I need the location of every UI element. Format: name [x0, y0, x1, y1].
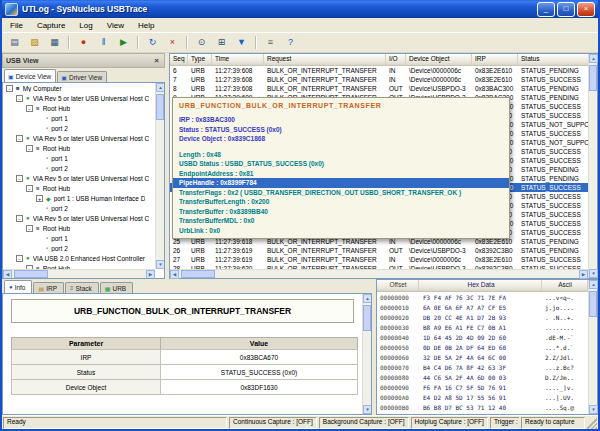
scroll-track[interactable] [179, 270, 579, 278]
pause-capture-button[interactable]: ‖ [94, 34, 113, 52]
scroll-right-icon[interactable]: ▶ [579, 270, 588, 279]
tree-horizontal-scrollbar[interactable]: ◀ ▶ [3, 269, 155, 278]
tab-irp[interactable]: ▤IRP [33, 282, 64, 293]
close-button[interactable]: × [577, 2, 595, 17]
column-header-device-object[interactable]: Device Object [406, 54, 472, 65]
hex-row[interactable]: 00000070B4 C4 D6 7A 8F 42 63 3F...z.Bc? [377, 363, 588, 373]
tree-expander[interactable]: - [26, 225, 33, 232]
scroll-up-icon[interactable]: ▲ [589, 280, 598, 289]
hex-column-header-hex-data[interactable]: Hex Data [419, 280, 542, 291]
tree-expander[interactable]: - [16, 175, 23, 182]
tree-expander[interactable]: - [6, 85, 13, 92]
table-row[interactable]: 26URB11:27:39:619BULK_OR_INTERRUPT_TRANS… [170, 246, 588, 255]
filter-button[interactable]: ▼ [232, 34, 251, 52]
scroll-down-icon[interactable]: ▼ [156, 260, 165, 269]
tree-node[interactable]: -●VIA Rev 5 or later USB Universal Host … [3, 133, 155, 143]
save-log-button[interactable]: ▦ [45, 34, 64, 52]
scroll-track[interactable] [156, 92, 164, 260]
scroll-up-icon[interactable]: ▲ [589, 54, 598, 63]
options-button[interactable]: ≡ [261, 34, 280, 52]
tree-expander[interactable]: - [16, 135, 23, 142]
hex-column-header-ascii[interactable]: Ascii [542, 280, 588, 291]
tree-node[interactable]: -■Root Hub [3, 183, 155, 193]
column-header-time[interactable]: Time [212, 54, 264, 65]
hex-row[interactable]: 00000000F3 F4 AF 76 3C 71 7E FA...v<q~. [377, 293, 588, 303]
tab-stack[interactable]: ≡Stack [65, 282, 99, 293]
scroll-up-icon[interactable]: ▲ [363, 294, 372, 303]
scroll-down-icon[interactable]: ▼ [589, 405, 598, 414]
info-vertical-scrollbar[interactable]: ▲ ▼ [362, 294, 371, 414]
tree-node[interactable]: -■My Computer [3, 83, 155, 93]
tree-node[interactable]: ▪port 1 [3, 233, 155, 243]
tree-node[interactable]: ▪port 2 [3, 203, 155, 213]
column-header-irp[interactable]: IRP [472, 54, 518, 65]
tree-node[interactable]: -●VIA Rev 5 or later USB Universal Host … [3, 213, 155, 223]
title-bar[interactable]: UTLog - SysNucleus USBTrace _ □ × [2, 0, 598, 18]
scroll-left-icon[interactable]: ◀ [3, 270, 12, 279]
device-tree-button[interactable]: ⊞ [212, 34, 231, 52]
scroll-track[interactable] [589, 289, 597, 405]
scroll-thumb[interactable] [181, 270, 215, 278]
scroll-right-icon[interactable]: ▶ [146, 270, 155, 279]
tree-node[interactable]: ▪port 1 [3, 113, 155, 123]
tree-expander[interactable]: - [16, 255, 23, 262]
table-row[interactable]: 7URB11:27:39:608BULK_OR_INTERRUPT_TRANSF… [170, 75, 588, 84]
tree-node[interactable]: ▪port 2 [3, 123, 155, 133]
scroll-thumb[interactable] [363, 305, 371, 331]
help-button[interactable]: ? [281, 34, 300, 52]
list-vertical-scrollbar[interactable]: ▲ ▼ [588, 54, 597, 278]
column-header-status[interactable]: Status [518, 54, 588, 65]
tree-node[interactable]: -●VIA USB 2.0 Enhanced Host Controller [3, 253, 155, 263]
hex-column-header-offset[interactable]: Offset [377, 280, 419, 291]
tree-expander[interactable]: - [26, 185, 33, 192]
scroll-thumb[interactable] [589, 291, 597, 317]
refresh-button[interactable]: ↻ [143, 34, 162, 52]
tree-expander[interactable]: + [36, 195, 43, 202]
tree-node[interactable]: -■Root Hub [3, 143, 155, 153]
scroll-left-icon[interactable]: ◀ [170, 270, 179, 279]
minimize-button[interactable]: _ [537, 2, 555, 17]
table-row[interactable]: 6URB11:27:39:608BULK_OR_INTERRUPT_TRANSF… [170, 66, 588, 75]
scroll-track[interactable] [589, 63, 597, 269]
column-header-type[interactable]: Type [188, 54, 212, 65]
hex-row[interactable]: 0000008044 C6 5A 2F 4A 6D 00 03D.Z/Jm.. [377, 373, 588, 383]
scroll-down-icon[interactable]: ▼ [363, 405, 372, 414]
menu-item-help[interactable]: Help [131, 20, 161, 31]
table-row[interactable]: 27URB11:27:39:619BULK_OR_INTERRUPT_TRANS… [170, 255, 588, 264]
hex-row[interactable]: 0000006032 DE 5A 2F 4A 64 6C 002.Z/Jdl. [377, 353, 588, 363]
scroll-thumb[interactable] [156, 94, 164, 120]
tree-node[interactable]: -●VIA Rev 5 or later USB Universal Host … [3, 93, 155, 103]
scroll-down-icon[interactable]: ▼ [589, 269, 598, 278]
column-header-seq[interactable]: Seq [170, 54, 188, 65]
tree-node[interactable]: -■Root Hub [3, 103, 155, 113]
scroll-thumb[interactable] [589, 65, 597, 91]
hex-row[interactable]: 000000106A 0E 6A 6F A7 A7 CF E5j.jo.... [377, 303, 588, 313]
hex-vertical-scrollbar[interactable]: ▲ ▼ [588, 280, 597, 414]
list-horizontal-scrollbar[interactable]: ◀ ▶ [170, 269, 588, 278]
tree-node[interactable]: +◆port 1 : USB Human Interface D [3, 193, 155, 203]
clear-log-button[interactable]: × [163, 34, 182, 52]
tree-expander[interactable]: - [26, 145, 33, 152]
column-header-i-o[interactable]: I/O [386, 54, 406, 65]
find-button[interactable]: ⊙ [192, 34, 211, 52]
open-log-button[interactable]: ▨ [25, 34, 44, 52]
hex-row[interactable]: 000000500D DE 0B 2A DF 64 ED 60...*.d.` [377, 343, 588, 353]
column-header-request[interactable]: Request [264, 54, 386, 65]
hex-row[interactable]: 00000090F6 FA 16 C7 5F 5D 76 91...._]v. [377, 383, 588, 393]
tree-node[interactable]: ▪port 2 [3, 163, 155, 173]
tree-expander[interactable]: - [16, 95, 23, 102]
menu-item-log[interactable]: Log [72, 20, 99, 31]
hex-row[interactable]: 000000401D 64 45 2D 4D 09 2D 60.dE-M.-` [377, 333, 588, 343]
tree-vertical-scrollbar[interactable]: ▲ ▼ [155, 83, 164, 269]
hex-row[interactable]: 000000B0B6 B8 D7 BC 53 71 12 40....Sq.@ [377, 403, 588, 413]
table-row[interactable]: 8URB11:27:39:608BULK_OR_INTERRUPT_TRANSF… [170, 84, 588, 93]
panel-close-icon[interactable]: × [152, 56, 161, 65]
tab-device-view[interactable]: ▣Device View [4, 69, 56, 82]
maximize-button[interactable]: □ [557, 2, 575, 17]
scroll-up-icon[interactable]: ▲ [156, 83, 165, 92]
menu-item-file[interactable]: File [3, 20, 30, 31]
tree-expander[interactable]: - [16, 215, 23, 222]
scroll-track[interactable] [12, 270, 146, 278]
hex-row[interactable]: 00000030B8 A9 E6 A1 FE C7 0B A1........ [377, 323, 588, 333]
new-log-button[interactable]: ▤ [5, 34, 24, 52]
